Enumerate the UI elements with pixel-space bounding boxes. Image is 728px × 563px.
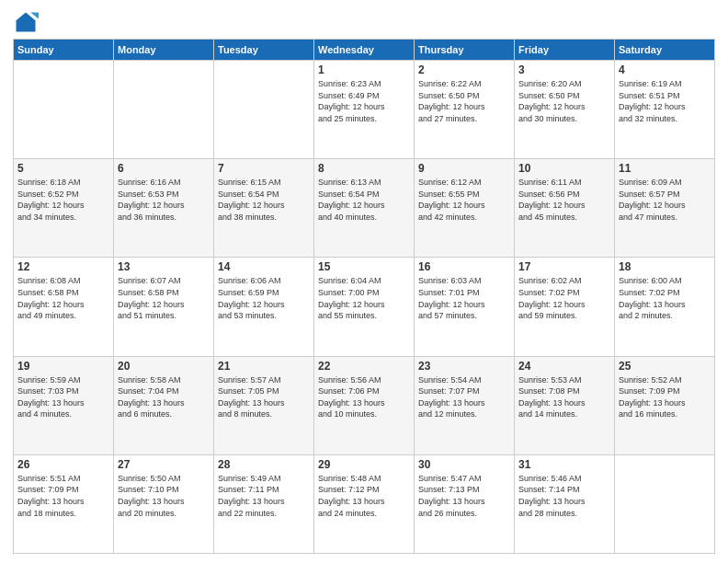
calendar-cell: 28Sunrise: 5:49 AM Sunset: 7:11 PM Dayli… [214,454,314,553]
day-number: 25 [619,360,711,373]
day-info: Sunrise: 6:03 AM Sunset: 7:01 PM Dayligh… [418,275,510,321]
weekday-header-row: SundayMondayTuesdayWednesdayThursdayFrid… [14,40,715,61]
day-info: Sunrise: 6:11 AM Sunset: 6:56 PM Dayligh… [518,177,610,223]
day-number: 21 [218,360,310,373]
weekday-header-monday: Monday [114,40,214,61]
day-number: 8 [318,162,410,175]
svg-marker-0 [17,13,36,32]
calendar-cell: 31Sunrise: 5:46 AM Sunset: 7:14 PM Dayli… [515,454,615,553]
day-number: 10 [518,162,610,175]
day-number: 4 [619,63,711,76]
week-row-2: 12Sunrise: 6:08 AM Sunset: 6:58 PM Dayli… [14,258,715,356]
day-info: Sunrise: 5:49 AM Sunset: 7:11 PM Dayligh… [218,473,310,519]
calendar-cell: 8Sunrise: 6:13 AM Sunset: 6:54 PM Daylig… [314,159,415,258]
day-number: 19 [17,360,109,373]
calendar-cell: 26Sunrise: 5:51 AM Sunset: 7:09 PM Dayli… [14,454,114,553]
day-number: 15 [318,260,410,273]
day-number: 18 [619,260,711,273]
day-info: Sunrise: 6:13 AM Sunset: 6:54 PM Dayligh… [318,177,410,223]
day-number: 3 [518,63,610,76]
day-number: 5 [17,162,109,175]
day-number: 12 [17,260,109,273]
day-number: 28 [218,458,310,471]
day-info: Sunrise: 6:02 AM Sunset: 7:02 PM Dayligh… [518,275,610,321]
weekday-header-wednesday: Wednesday [314,40,415,61]
calendar-cell: 10Sunrise: 6:11 AM Sunset: 6:56 PM Dayli… [515,159,615,258]
day-number: 31 [518,458,610,471]
calendar-cell: 19Sunrise: 5:59 AM Sunset: 7:03 PM Dayli… [14,356,114,454]
logo-icon [13,9,39,35]
calendar-cell: 3Sunrise: 6:20 AM Sunset: 6:50 PM Daylig… [515,61,615,159]
calendar-cell: 23Sunrise: 5:54 AM Sunset: 7:07 PM Dayli… [415,356,515,454]
day-info: Sunrise: 5:59 AM Sunset: 7:03 PM Dayligh… [17,374,109,420]
day-info: Sunrise: 5:54 AM Sunset: 7:07 PM Dayligh… [418,374,510,420]
calendar-cell: 18Sunrise: 6:00 AM Sunset: 7:02 PM Dayli… [615,258,715,356]
day-info: Sunrise: 6:20 AM Sunset: 6:50 PM Dayligh… [518,78,610,124]
day-info: Sunrise: 5:53 AM Sunset: 7:08 PM Dayligh… [518,374,610,420]
day-info: Sunrise: 6:19 AM Sunset: 6:51 PM Dayligh… [619,78,711,124]
day-number: 1 [318,63,410,76]
weekday-header-thursday: Thursday [415,40,515,61]
calendar-table: SundayMondayTuesdayWednesdayThursdayFrid… [13,39,715,554]
day-number: 23 [418,360,510,373]
week-row-0: 1Sunrise: 6:23 AM Sunset: 6:49 PM Daylig… [14,61,715,159]
week-row-3: 19Sunrise: 5:59 AM Sunset: 7:03 PM Dayli… [14,356,715,454]
day-info: Sunrise: 6:16 AM Sunset: 6:53 PM Dayligh… [118,177,210,223]
day-number: 27 [118,458,210,471]
calendar-cell: 4Sunrise: 6:19 AM Sunset: 6:51 PM Daylig… [615,61,715,159]
week-row-1: 5Sunrise: 6:18 AM Sunset: 6:52 PM Daylig… [14,159,715,258]
week-row-4: 26Sunrise: 5:51 AM Sunset: 7:09 PM Dayli… [14,454,715,553]
day-info: Sunrise: 6:07 AM Sunset: 6:58 PM Dayligh… [118,275,210,321]
day-info: Sunrise: 6:23 AM Sunset: 6:49 PM Dayligh… [318,78,410,124]
day-info: Sunrise: 5:52 AM Sunset: 7:09 PM Dayligh… [619,374,711,420]
day-number: 7 [218,162,310,175]
calendar-cell: 12Sunrise: 6:08 AM Sunset: 6:58 PM Dayli… [14,258,114,356]
calendar-cell: 17Sunrise: 6:02 AM Sunset: 7:02 PM Dayli… [515,258,615,356]
day-info: Sunrise: 6:12 AM Sunset: 6:55 PM Dayligh… [418,177,510,223]
calendar-cell [214,61,314,159]
day-info: Sunrise: 6:18 AM Sunset: 6:52 PM Dayligh… [17,177,109,223]
day-info: Sunrise: 5:51 AM Sunset: 7:09 PM Dayligh… [17,473,109,519]
calendar-cell: 21Sunrise: 5:57 AM Sunset: 7:05 PM Dayli… [214,356,314,454]
day-info: Sunrise: 6:00 AM Sunset: 7:02 PM Dayligh… [619,275,711,321]
day-info: Sunrise: 5:48 AM Sunset: 7:12 PM Dayligh… [318,473,410,519]
calendar-cell: 14Sunrise: 6:06 AM Sunset: 6:59 PM Dayli… [214,258,314,356]
calendar-cell: 16Sunrise: 6:03 AM Sunset: 7:01 PM Dayli… [415,258,515,356]
day-number: 30 [418,458,510,471]
calendar-cell: 27Sunrise: 5:50 AM Sunset: 7:10 PM Dayli… [114,454,214,553]
calendar-cell: 9Sunrise: 6:12 AM Sunset: 6:55 PM Daylig… [415,159,515,258]
day-number: 20 [118,360,210,373]
weekday-header-saturday: Saturday [615,40,715,61]
day-info: Sunrise: 5:47 AM Sunset: 7:13 PM Dayligh… [418,473,510,519]
calendar-cell: 13Sunrise: 6:07 AM Sunset: 6:58 PM Dayli… [114,258,214,356]
day-number: 22 [318,360,410,373]
calendar-cell: 24Sunrise: 5:53 AM Sunset: 7:08 PM Dayli… [515,356,615,454]
calendar-cell: 2Sunrise: 6:22 AM Sunset: 6:50 PM Daylig… [415,61,515,159]
calendar-cell: 7Sunrise: 6:15 AM Sunset: 6:54 PM Daylig… [214,159,314,258]
header [13,9,715,35]
calendar-cell: 30Sunrise: 5:47 AM Sunset: 7:13 PM Dayli… [415,454,515,553]
day-info: Sunrise: 6:09 AM Sunset: 6:57 PM Dayligh… [619,177,711,223]
calendar-cell: 1Sunrise: 6:23 AM Sunset: 6:49 PM Daylig… [314,61,415,159]
day-info: Sunrise: 6:22 AM Sunset: 6:50 PM Dayligh… [418,78,510,124]
day-number: 11 [619,162,711,175]
day-info: Sunrise: 6:08 AM Sunset: 6:58 PM Dayligh… [17,275,109,321]
calendar-cell [114,61,214,159]
weekday-header-friday: Friday [515,40,615,61]
day-number: 9 [418,162,510,175]
day-info: Sunrise: 5:58 AM Sunset: 7:04 PM Dayligh… [118,374,210,420]
calendar-cell [14,61,114,159]
day-info: Sunrise: 5:57 AM Sunset: 7:05 PM Dayligh… [218,374,310,420]
logo [13,9,40,35]
calendar-cell: 11Sunrise: 6:09 AM Sunset: 6:57 PM Dayli… [615,159,715,258]
calendar-cell: 25Sunrise: 5:52 AM Sunset: 7:09 PM Dayli… [615,356,715,454]
day-number: 24 [518,360,610,373]
calendar-cell: 29Sunrise: 5:48 AM Sunset: 7:12 PM Dayli… [314,454,415,553]
day-info: Sunrise: 6:04 AM Sunset: 7:00 PM Dayligh… [318,275,410,321]
day-number: 13 [118,260,210,273]
day-number: 16 [418,260,510,273]
day-number: 17 [518,260,610,273]
calendar-cell: 15Sunrise: 6:04 AM Sunset: 7:00 PM Dayli… [314,258,415,356]
day-number: 29 [318,458,410,471]
calendar-cell: 5Sunrise: 6:18 AM Sunset: 6:52 PM Daylig… [14,159,114,258]
